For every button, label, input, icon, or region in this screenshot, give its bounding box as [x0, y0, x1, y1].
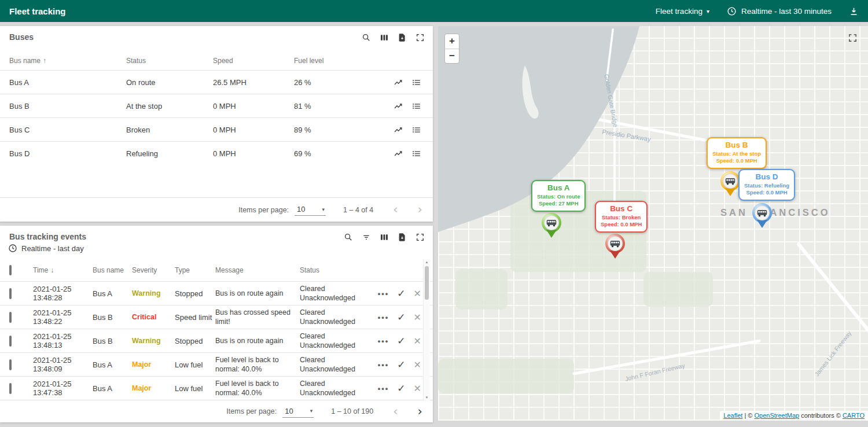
dismiss-icon[interactable]: ✕: [414, 383, 421, 394]
list-icon[interactable]: [411, 78, 421, 87]
filter-icon[interactable]: [362, 233, 371, 242]
acknowledge-icon[interactable]: ✓: [397, 311, 405, 323]
list-icon[interactable]: [411, 101, 421, 111]
carto-link[interactable]: CARTO: [843, 412, 865, 419]
bus-b-pin[interactable]: [720, 171, 740, 191]
column-header-time[interactable]: Time ↓: [33, 266, 93, 274]
fleet-map[interactable]: SAN FRANCISCO Presidio Parkway Golden Ga…: [438, 26, 868, 421]
buses-panel-title: Buses: [9, 32, 34, 42]
search-icon[interactable]: [362, 33, 371, 42]
list-icon[interactable]: [411, 149, 421, 159]
next-page-button[interactable]: ›: [418, 406, 422, 418]
row-checkbox[interactable]: [9, 312, 12, 323]
dismiss-icon[interactable]: ✕: [414, 359, 421, 370]
events-panel-title: Bus tracking events: [9, 232, 86, 241]
scrollbar-thumb[interactable]: [425, 266, 429, 300]
column-header-status[interactable]: Status: [126, 57, 213, 65]
bus-name-cell: Bus B: [9, 102, 126, 111]
export-file-icon[interactable]: [398, 33, 407, 42]
items-per-page-select[interactable]: 10 ▾: [295, 204, 326, 216]
map-water: [438, 26, 868, 421]
event-bus-cell: Bus B: [93, 337, 132, 345]
prev-page-button[interactable]: ‹: [393, 406, 398, 418]
more-options-icon[interactable]: •••: [378, 289, 389, 298]
scroll-down-icon[interactable]: ▼: [424, 395, 430, 401]
dismiss-icon[interactable]: ✕: [414, 312, 421, 323]
chart-icon[interactable]: [393, 101, 403, 111]
list-icon[interactable]: [411, 125, 421, 135]
column-header-fuel[interactable]: Fuel level: [294, 57, 375, 65]
export-file-icon[interactable]: [398, 233, 407, 242]
bus-a-pin[interactable]: [542, 213, 561, 233]
bus-icon: [757, 209, 767, 217]
column-header-type[interactable]: Type: [175, 266, 215, 274]
bus-d-popup[interactable]: Bus D Status: Refueling Speed: 0.0 MPH: [738, 169, 795, 201]
zoom-in-button[interactable]: +: [445, 34, 459, 49]
table-row: 2021-01-25 13:48:28 Bus A Warning Stoppe…: [0, 281, 433, 305]
search-icon[interactable]: [344, 233, 353, 242]
event-bus-cell: Bus B: [93, 313, 132, 322]
bus-status-cell: Broken: [126, 126, 213, 134]
events-time-range[interactable]: Realtime - last day: [8, 244, 84, 253]
table-row: 2021-01-25 13:48:09 Bus A Major Low fuel…: [0, 352, 433, 376]
event-time-cell: 2021-01-25 13:48:09: [33, 356, 93, 373]
items-per-page-select[interactable]: 10 ▾: [282, 406, 314, 418]
table-row: 2021-01-25 13:47:38 Bus A Major Low fuel…: [0, 376, 433, 400]
events-scrollbar[interactable]: ▲ ▼: [423, 259, 430, 401]
bus-d-pin[interactable]: [752, 203, 772, 223]
more-options-icon[interactable]: •••: [378, 313, 389, 322]
chart-icon[interactable]: [393, 125, 403, 135]
row-checkbox[interactable]: [9, 359, 12, 370]
more-options-icon[interactable]: •••: [378, 360, 389, 369]
more-options-icon[interactable]: •••: [378, 384, 389, 393]
bus-b-popup[interactable]: Bus B Status: At the stop Speed: 0.0 MPH: [707, 137, 767, 169]
map-fullscreen-button[interactable]: [848, 33, 858, 43]
column-header-bus-name[interactable]: Bus name: [93, 266, 132, 274]
event-message-cell: Bus is on route again: [215, 336, 300, 345]
dismiss-icon[interactable]: ✕: [414, 288, 421, 299]
zoom-out-button[interactable]: −: [445, 49, 459, 64]
bus-a-popup[interactable]: Bus A Status: On route Speed: 27 MPH: [531, 180, 586, 212]
dismiss-icon[interactable]: ✕: [414, 336, 421, 347]
bus-fuel-cell: 69 %: [294, 149, 375, 158]
event-status-cell: ClearedUnacknowledged: [300, 308, 366, 327]
event-time-cell: 2021-01-25 13:48:22: [33, 308, 93, 326]
events-panel: Bus tracking events Realtime - last day …: [0, 226, 433, 422]
fullscreen-icon[interactable]: [415, 33, 425, 42]
dashboard-selector[interactable]: Fleet tracking ▾: [656, 7, 709, 16]
popup-bus-status: Status: At the stop: [712, 150, 761, 157]
fullscreen-icon[interactable]: [415, 233, 425, 242]
columns-icon[interactable]: [380, 33, 389, 42]
select-all-checkbox[interactable]: [9, 265, 12, 275]
scroll-up-icon[interactable]: ▲: [424, 259, 430, 266]
column-header-speed[interactable]: Speed: [213, 57, 294, 65]
global-time-range[interactable]: Realtime - last 30 minutes: [727, 6, 832, 16]
acknowledge-icon[interactable]: ✓: [397, 382, 405, 395]
download-button[interactable]: [849, 6, 859, 16]
leaflet-link[interactable]: Leaflet: [723, 412, 742, 419]
row-checkbox[interactable]: [9, 383, 12, 394]
chart-icon[interactable]: [393, 149, 403, 159]
osm-link[interactable]: OpenStreetMap: [754, 412, 799, 419]
row-checkbox[interactable]: [9, 336, 12, 347]
acknowledge-icon[interactable]: ✓: [397, 288, 405, 300]
acknowledge-icon[interactable]: ✓: [397, 335, 405, 347]
chevron-down-icon: ▾: [322, 207, 325, 212]
severity-badge: Critical: [132, 313, 175, 321]
column-header-message[interactable]: Message: [215, 266, 300, 274]
bus-c-pin[interactable]: [605, 234, 625, 253]
more-options-icon[interactable]: •••: [378, 337, 389, 345]
acknowledge-icon[interactable]: ✓: [397, 359, 405, 371]
top-bar: Fleet tracking Fleet tracking ▾ Realtime…: [0, 0, 868, 22]
row-checkbox[interactable]: [9, 288, 12, 299]
columns-icon[interactable]: [380, 233, 389, 242]
next-page-button[interactable]: ›: [418, 204, 422, 216]
chart-icon[interactable]: [393, 78, 403, 87]
column-header-bus-name[interactable]: Bus name ↑: [9, 57, 126, 65]
column-header-status[interactable]: Status: [300, 266, 366, 274]
bus-c-popup[interactable]: Bus C Status: Broken Speed: 0.0 MPH: [595, 201, 648, 233]
prev-page-button[interactable]: ‹: [393, 204, 398, 216]
buses-panel-header: Buses: [0, 26, 433, 51]
column-header-severity[interactable]: Severity: [132, 266, 175, 274]
popup-bus-status: Status: Broken: [601, 214, 642, 221]
